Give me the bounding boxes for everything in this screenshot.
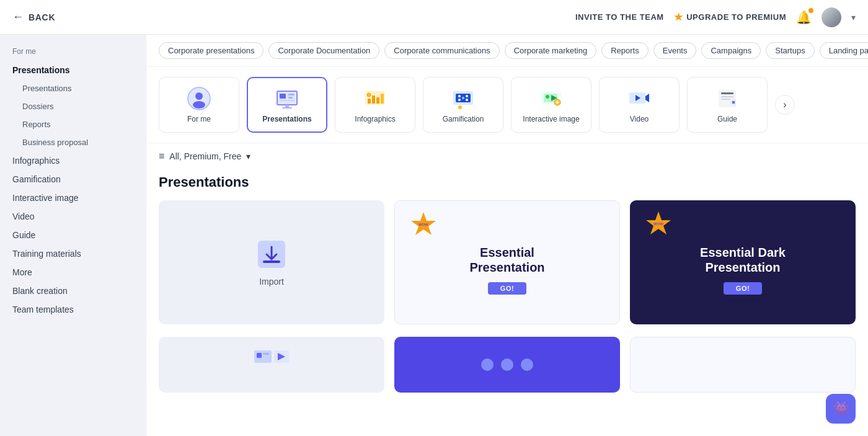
sidebar-item-gamification[interactable]: Gamification xyxy=(0,170,146,189)
main-layout: For me Presentations Presentations Dossi… xyxy=(0,35,868,436)
icon-cards-scroll-right[interactable]: › xyxy=(775,95,795,115)
tab-landing-pages[interactable]: Landing pages xyxy=(820,42,868,59)
sidebar-item-training-materials[interactable]: Training materials xyxy=(0,244,146,263)
icon-card-video[interactable]: Video xyxy=(599,77,680,133)
template-grid: Import WOW EssentialPresentation GO! ESS… xyxy=(146,200,868,337)
bottom-card-3[interactable] xyxy=(630,337,856,393)
essential-dark-go-button[interactable]: GO! xyxy=(724,282,762,295)
icon-card-infographics-label: Infographics xyxy=(355,115,395,123)
sidebar-item-presentations[interactable]: Presentations xyxy=(0,61,146,79)
bottom-card-2[interactable] xyxy=(394,337,620,393)
essential-dark-card-inner: WOW Essential DarkPresentation GO! xyxy=(630,200,856,324)
sidebar-item-interactive-image[interactable]: Interactive image xyxy=(0,189,146,207)
sidebar-item-guide[interactable]: Guide xyxy=(0,226,146,244)
icon-card-presentations[interactable]: Presentations xyxy=(247,77,327,133)
infographics-icon xyxy=(363,86,388,111)
video-icon xyxy=(627,86,652,111)
svg-point-15 xyxy=(367,93,371,97)
filter-row: ≡ All, Premium, Free ▾ xyxy=(146,143,868,169)
tab-corporate-presentations[interactable]: Corporate presentations xyxy=(159,42,264,59)
wow-badge-dark: WOW xyxy=(645,210,672,238)
upgrade-label: UPGRADE TO PREMIUM xyxy=(686,12,786,22)
invite-button[interactable]: INVITE TO THE TEAM xyxy=(575,12,664,22)
svg-rect-5 xyxy=(288,94,294,96)
avatar[interactable] xyxy=(822,7,841,27)
filter-chevron-icon[interactable]: ▾ xyxy=(246,151,250,161)
icon-card-interactive-image[interactable]: Interactive image xyxy=(511,77,591,133)
essential-card-label: ESSENTIAL PRESENTATION xyxy=(395,324,619,324)
category-tabs-row: Corporate presentations Corporate Docume… xyxy=(146,35,868,67)
avatar-chevron-icon[interactable]: ▾ xyxy=(851,12,856,22)
svg-point-22 xyxy=(466,99,468,101)
essential-go-button[interactable]: GO! xyxy=(488,282,526,295)
sidebar-item-blank-creation[interactable]: Blank creation xyxy=(0,282,146,300)
tab-campaigns[interactable]: Campaigns xyxy=(701,42,761,59)
svg-rect-35 xyxy=(721,92,733,94)
filter-icon: ≡ xyxy=(159,151,164,162)
bell-button[interactable]: 🔔 xyxy=(796,10,812,25)
sidebar-item-dossiers[interactable]: Dossiers xyxy=(0,97,146,115)
svg-rect-13 xyxy=(376,97,379,104)
sidebar-item-infographics[interactable]: Infographics xyxy=(0,151,146,170)
svg-rect-47 xyxy=(257,353,262,358)
svg-rect-41 xyxy=(263,260,280,263)
tab-reports[interactable]: Reports xyxy=(601,42,649,59)
svg-rect-39 xyxy=(732,101,735,104)
tab-startups[interactable]: Startups xyxy=(766,42,814,59)
import-label: Import xyxy=(259,277,284,287)
sidebar-item-team-templates[interactable]: Team templates xyxy=(0,300,146,319)
svg-rect-14 xyxy=(381,94,384,104)
svg-rect-6 xyxy=(288,97,293,99)
back-label[interactable]: BACK xyxy=(29,12,55,22)
essential-dark-card[interactable]: WOW Essential DarkPresentation GO! ESSEN… xyxy=(630,200,856,324)
icon-card-interactive-image-label: Interactive image xyxy=(523,115,579,123)
sidebar-item-video[interactable]: Video xyxy=(0,207,146,226)
section-title: Presentations xyxy=(146,169,868,200)
svg-point-19 xyxy=(458,99,461,101)
sidebar-item-more[interactable]: More xyxy=(0,263,146,282)
chat-icon: 👾 xyxy=(833,401,849,417)
bell-badge xyxy=(808,8,813,13)
sidebar-for-me-label: For me xyxy=(0,45,146,61)
header-actions: INVITE TO THE TEAM ★ UPGRADE TO PREMIUM … xyxy=(575,7,856,27)
svg-rect-7 xyxy=(280,100,294,101)
import-icon xyxy=(255,238,288,270)
chat-bubble[interactable]: 👾 xyxy=(826,394,856,424)
sidebar-item-reports[interactable]: Reports xyxy=(0,115,146,133)
tab-events[interactable]: Events xyxy=(653,42,697,59)
icon-card-gamification[interactable]: Gamification xyxy=(423,77,503,133)
essential-title: EssentialPresentation xyxy=(469,245,544,275)
guide-icon xyxy=(715,86,740,111)
icon-card-video-label: Video xyxy=(630,115,649,123)
header-back[interactable]: ← BACK xyxy=(12,11,55,24)
svg-point-26 xyxy=(546,95,549,99)
icon-cards-row: For me Presentations xyxy=(146,67,868,143)
avatar-image xyxy=(822,7,841,27)
upgrade-button[interactable]: ★ UPGRADE TO PREMIUM xyxy=(674,11,786,23)
icon-card-infographics[interactable]: Infographics xyxy=(335,77,415,133)
tab-corporate-marketing[interactable]: Corporate marketing xyxy=(505,42,597,59)
sidebar-item-presentations-sub[interactable]: Presentations xyxy=(0,79,146,97)
sidebar-item-business-proposal[interactable]: Business proposal xyxy=(0,133,146,151)
icon-card-for-me[interactable]: For me xyxy=(159,77,239,133)
import-card[interactable]: Import xyxy=(159,200,384,324)
bottom-card-1[interactable] xyxy=(159,337,384,393)
svg-point-2 xyxy=(193,101,205,109)
essential-card-inner: WOW EssentialPresentation GO! xyxy=(395,201,619,324)
icon-card-guide[interactable]: Guide xyxy=(687,77,768,133)
tab-corporate-communications[interactable]: Corporate communications xyxy=(384,42,499,59)
icon-card-guide-label: Guide xyxy=(717,115,737,123)
svg-point-21 xyxy=(466,95,468,97)
wow-badge: WOW xyxy=(410,211,437,238)
svg-rect-9 xyxy=(282,107,292,109)
tab-corporate-documentation[interactable]: Corporate Documentation xyxy=(268,42,379,59)
bottom-card-1-icon xyxy=(253,349,290,380)
interactive-image-icon xyxy=(539,86,564,111)
svg-marker-32 xyxy=(645,94,649,102)
svg-point-1 xyxy=(195,92,203,100)
icon-card-gamification-label: Gamification xyxy=(443,115,484,123)
essential-card[interactable]: WOW EssentialPresentation GO! ESSENTIAL … xyxy=(394,200,620,324)
back-arrow-icon: ← xyxy=(12,11,24,24)
gamification-icon xyxy=(451,86,476,111)
icon-card-for-me-label: For me xyxy=(187,115,211,123)
